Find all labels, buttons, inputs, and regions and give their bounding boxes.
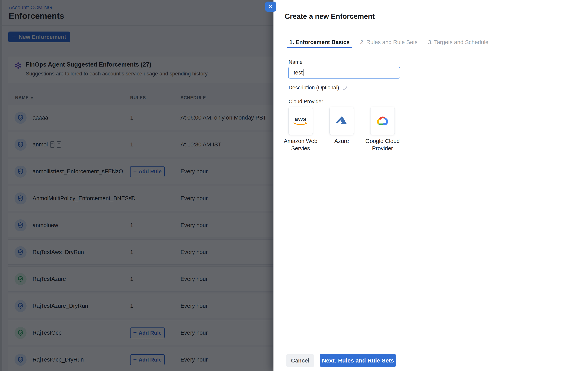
azure-logo-icon <box>336 116 348 126</box>
edit-pencil-icon[interactable] <box>343 85 348 90</box>
provider-label-gcp: Google Cloud Provider <box>361 137 404 152</box>
text-cursor <box>303 69 304 76</box>
panel-title: Create a new Enforcement <box>285 12 375 20</box>
wizard-tabs: 1. Enforcement Basics2. Rules and Rule S… <box>289 37 576 48</box>
wizard-tab-1[interactable]: 1. Enforcement Basics <box>289 37 350 48</box>
name-input-value: test <box>294 70 303 76</box>
close-icon[interactable]: × <box>265 1 276 12</box>
create-enforcement-panel: × Create a new Enforcement 1. Enforcemen… <box>273 0 588 371</box>
next-button[interactable]: Next: Rules and Rule Sets <box>320 354 396 367</box>
aws-logo-icon: aws <box>293 116 308 126</box>
provider-card-azure[interactable] <box>329 107 354 135</box>
wizard-tab-3[interactable]: 3. Targets and Schedule <box>427 37 489 48</box>
screen: Account: CCM-NG Enforcements + New Enfor… <box>0 0 588 371</box>
provider-card-gcp[interactable] <box>370 107 395 135</box>
description-row: Description (Optional) <box>289 85 348 91</box>
name-label: Name <box>289 59 303 65</box>
description-label: Description (Optional) <box>289 85 339 91</box>
provider-label-aws: Amazon Web Servies <box>279 137 322 152</box>
gcp-logo-icon <box>376 116 389 126</box>
cancel-button[interactable]: Cancel <box>286 354 314 367</box>
wizard-tab-2[interactable]: 2. Rules and Rule Sets <box>359 37 418 48</box>
cloud-provider-label: Cloud Provider <box>289 99 323 105</box>
name-input[interactable]: test <box>288 67 400 79</box>
provider-card-aws[interactable]: aws <box>288 107 313 135</box>
provider-label-azure: Azure <box>320 137 363 145</box>
